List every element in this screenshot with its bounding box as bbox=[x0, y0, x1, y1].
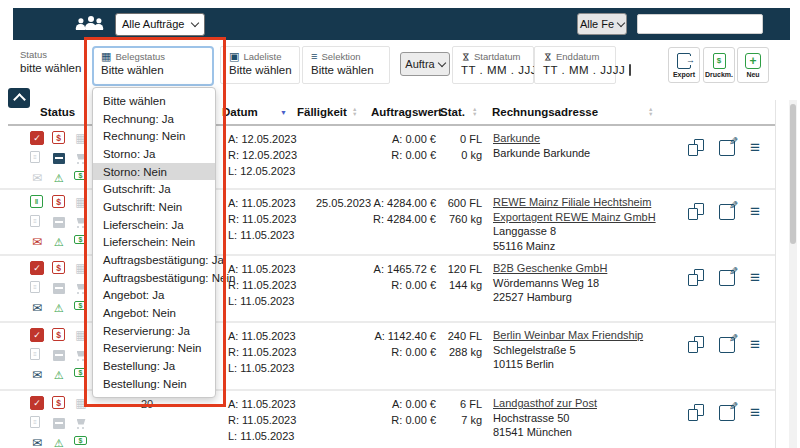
startdatum-field[interactable]: ⋈ Startdatum TT . MM . JJJJ bbox=[452, 46, 534, 84]
datum-line: L: 11.05.2023 bbox=[228, 293, 296, 309]
stat-cell: 600 FL760 kg bbox=[438, 195, 482, 227]
copy-icon[interactable] bbox=[688, 269, 704, 286]
dropdown-option[interactable]: Gutschrift: Ja bbox=[93, 180, 215, 198]
row-actions: ≡ bbox=[688, 139, 760, 156]
address-link[interactable]: Barkunde bbox=[493, 131, 590, 146]
dropdown-option[interactable]: Bestellung: Ja bbox=[93, 357, 215, 375]
column-header-faelligkeit[interactable]: Fälligkeit bbox=[297, 106, 347, 118]
dropdown-option[interactable]: Reservierung: Ja bbox=[93, 322, 215, 340]
mail-icon: ✉ bbox=[30, 235, 44, 249]
menu-icon[interactable]: ≡ bbox=[750, 141, 760, 155]
wert-line: R: 0.00 € bbox=[352, 412, 436, 428]
mail-icon: ✉ bbox=[30, 301, 44, 315]
stat-line: 240 FL bbox=[438, 328, 482, 344]
address-link[interactable]: B2B Geschenke GmbH bbox=[493, 261, 607, 276]
copy-icon[interactable] bbox=[688, 139, 704, 156]
druck-label: Druckm. bbox=[705, 71, 733, 78]
column-header-status[interactable]: Status bbox=[40, 106, 75, 118]
dropdown-option[interactable]: Bestellung: Nein bbox=[93, 375, 215, 393]
copy-icon[interactable] bbox=[688, 336, 704, 353]
address-link[interactable]: Exportagent REWE Mainz GmbH bbox=[493, 210, 656, 225]
filter-status[interactable]: Status bitte wählen bbox=[20, 49, 81, 74]
view-select[interactable]: Alle Aufträge bbox=[115, 13, 205, 36]
dropdown-option[interactable]: Lieferschein: Nein bbox=[93, 234, 215, 252]
druck-button[interactable]: $ Druckm. bbox=[703, 47, 735, 83]
menu-icon[interactable]: ≡ bbox=[750, 406, 760, 420]
search-input[interactable] bbox=[637, 14, 763, 34]
dropdown-option[interactable]: Reservierung: Nein bbox=[93, 340, 215, 358]
stat-line: 288 kg bbox=[438, 344, 482, 360]
warning-icon: ⚠ bbox=[52, 436, 66, 448]
column-header-rechnungsadresse[interactable]: Rechnungsadresse bbox=[492, 106, 598, 118]
address-link[interactable]: Berlin Weinbar Max Friendship bbox=[493, 328, 643, 343]
enddatum-label: Enddatum bbox=[556, 51, 599, 62]
row-status-icons: ✓$▦≡✉⚠$ bbox=[30, 131, 96, 191]
warning-icon: ⚠ bbox=[52, 171, 66, 185]
sort-icon[interactable]: ▲▼ bbox=[648, 107, 653, 117]
datum-line: L: 11.05.2023 bbox=[228, 227, 296, 243]
address-link[interactable]: Landgasthof zur Post bbox=[493, 396, 597, 411]
print-document-icon: $ bbox=[713, 53, 726, 69]
row-actions: ≡ bbox=[688, 404, 760, 421]
edit-icon[interactable] bbox=[719, 270, 735, 286]
dropdown-option[interactable]: Bitte wählen bbox=[93, 92, 215, 110]
sort-descending-icon[interactable]: ▼ bbox=[280, 109, 287, 116]
row-status-icons: ✓$▦≡✉⚠$ bbox=[30, 261, 96, 321]
dropdown-option[interactable]: Angebot: Nein bbox=[93, 304, 215, 322]
export-button[interactable]: Export bbox=[668, 47, 700, 83]
column-header-stat[interactable]: Stat. bbox=[440, 106, 465, 118]
enddatum-field[interactable]: ⋈ Enddatum TT . MM . JJJJ bbox=[534, 46, 616, 84]
dropdown-option[interactable]: Auftragsbestätigung: Ja bbox=[93, 251, 215, 269]
auftrag-dropdown-button[interactable]: Auftra bbox=[400, 52, 450, 76]
dropdown-option[interactable]: Storno: Ja bbox=[93, 145, 215, 163]
page-size-value[interactable]: 20 bbox=[130, 398, 164, 410]
column-header-auftragswert[interactable]: Auftragswert bbox=[371, 106, 442, 118]
stat-line: 120 FL bbox=[438, 261, 482, 277]
edit-icon[interactable] bbox=[719, 337, 735, 353]
copy-icon[interactable] bbox=[688, 404, 704, 421]
filter-ladeliste[interactable]: ▣ Ladeliste Bitte wählen bbox=[220, 46, 300, 84]
edit-icon[interactable] bbox=[719, 405, 735, 421]
menu-icon[interactable]: ≡ bbox=[750, 338, 760, 352]
datum-cell: A: 11.05.2023R: 11.05.2023L: 11.05.2023 bbox=[228, 195, 296, 243]
dropdown-option[interactable]: Auftragsbestätigung: Nein bbox=[93, 269, 215, 287]
grid-icon: ▦ bbox=[74, 131, 88, 145]
column-header-datum[interactable]: Datum bbox=[222, 106, 258, 118]
calendar-icon[interactable] bbox=[629, 64, 631, 76]
sort-icon[interactable]: ▲▼ bbox=[352, 107, 357, 117]
dropdown-option[interactable]: Storno: Nein bbox=[93, 163, 215, 181]
datum-cell: A: 11.05.2023R: 11.05.2023L: 11.05.2023 bbox=[228, 396, 296, 444]
alle-fe-select[interactable]: Alle Fe bbox=[577, 13, 627, 35]
stat-line: 600 FL bbox=[438, 195, 482, 211]
vertical-scrollbar[interactable] bbox=[789, 100, 797, 448]
selektion-list-icon: ≡ bbox=[311, 51, 317, 62]
neu-button[interactable]: + Neu bbox=[737, 47, 769, 83]
document-icon: ≡ bbox=[30, 348, 40, 360]
menu-icon[interactable]: ≡ bbox=[750, 271, 760, 285]
scrollbar-thumb[interactable] bbox=[790, 104, 796, 244]
dropdown-option[interactable]: Rechnung: Nein bbox=[93, 127, 215, 145]
money-icon: $ bbox=[74, 368, 87, 377]
edit-icon[interactable] bbox=[719, 204, 735, 220]
address-link[interactable]: REWE Mainz Filiale Hechtsheim bbox=[493, 195, 656, 210]
sort-icon[interactable]: ▲▼ bbox=[472, 107, 477, 117]
address-line: Schlegelstraße 5 bbox=[493, 343, 643, 358]
dropdown-option[interactable]: Rechnung: Ja bbox=[93, 110, 215, 128]
filter-selektion[interactable]: ≡ Selektion Bitte wählen bbox=[302, 46, 390, 84]
datum-line: R: 11.05.2023 bbox=[228, 412, 296, 428]
datum-cell: A: 11.05.2023R: 11.05.2023L: 11.05.2023 bbox=[228, 328, 296, 376]
dropdown-option[interactable]: Lieferschein: Ja bbox=[93, 216, 215, 234]
wert-line: R: 0.00 € bbox=[352, 277, 436, 293]
collapse-filter-button[interactable] bbox=[8, 88, 30, 108]
chevron-down-icon bbox=[437, 58, 445, 66]
dropdown-option[interactable]: Angebot: Ja bbox=[93, 287, 215, 305]
dropdown-option[interactable]: Gutschrift: Nein bbox=[93, 198, 215, 216]
edit-icon[interactable] bbox=[719, 140, 735, 156]
chevron-down-icon bbox=[617, 18, 625, 26]
chevron-up-icon bbox=[13, 93, 26, 106]
filter-belegstatus[interactable]: ▦ Belegstatus Bitte wählen bbox=[92, 46, 214, 86]
copy-icon[interactable] bbox=[688, 203, 704, 220]
plus-icon: + bbox=[745, 53, 761, 69]
wert-line: A: 0.00 € bbox=[352, 131, 436, 147]
menu-icon[interactable]: ≡ bbox=[750, 205, 760, 219]
